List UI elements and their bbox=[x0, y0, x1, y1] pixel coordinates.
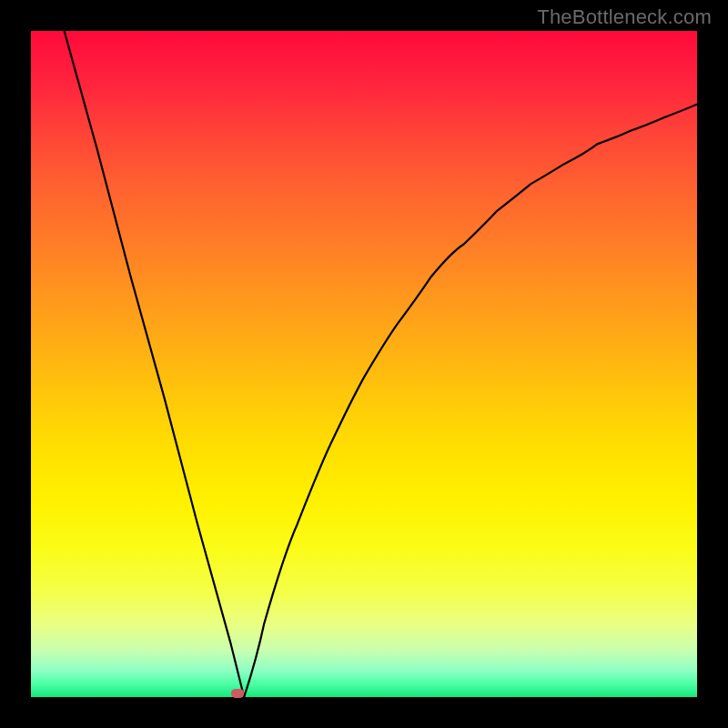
bottleneck-curve bbox=[31, 31, 697, 697]
chart-frame: TheBottleneck.com bbox=[0, 0, 728, 728]
watermark-text: TheBottleneck.com bbox=[537, 5, 712, 29]
curve-left-branch bbox=[65, 31, 245, 697]
plot-area bbox=[31, 31, 697, 697]
bottleneck-marker bbox=[231, 689, 244, 698]
curve-right-branch bbox=[244, 105, 697, 698]
